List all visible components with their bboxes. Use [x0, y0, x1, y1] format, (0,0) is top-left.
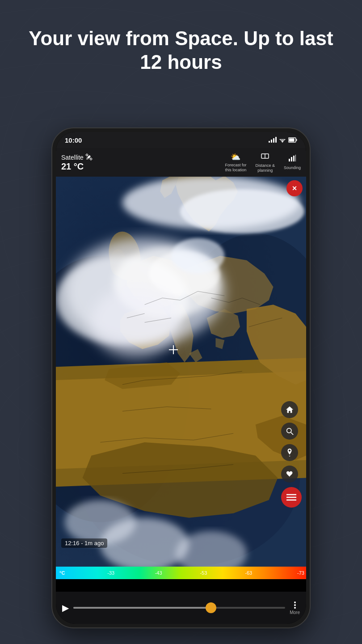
satellite-info: Satellite 🛰 21 °C — [61, 153, 93, 172]
svg-point-28 — [100, 518, 189, 571]
phone-frame: 10:00 — [51, 127, 311, 628]
phone-screen: 10:00 — [56, 132, 306, 624]
playback-bar: ▶ More — [56, 592, 306, 624]
close-icon: × — [292, 184, 297, 192]
svg-point-26 — [91, 287, 180, 358]
svg-point-23 — [180, 189, 304, 233]
close-button[interactable]: × — [286, 180, 303, 196]
search-button[interactable] — [281, 423, 298, 440]
forecast-label: Forecast forthis location — [225, 163, 246, 173]
signal-icon — [269, 137, 277, 143]
sounding-label: Sounding — [284, 165, 301, 170]
header-title: Your view from Space. Up to last 12 hour… — [0, 27, 362, 74]
status-bar: 10:00 — [56, 132, 306, 148]
svg-point-25 — [171, 238, 224, 273]
map-svg — [56, 177, 306, 579]
play-button[interactable]: ▶ — [62, 602, 69, 613]
svg-rect-12 — [295, 155, 296, 161]
forecast-action[interactable]: ⛅ Forecast forthis location — [225, 152, 246, 173]
svg-rect-10 — [291, 157, 292, 161]
svg-point-59 — [294, 607, 296, 609]
svg-point-52 — [286, 428, 291, 432]
progress-thumb[interactable] — [206, 602, 216, 613]
crosshair — [169, 345, 178, 354]
sounding-action[interactable]: Sounding — [284, 154, 301, 170]
timestamp-bar: 12:16 - 1m ago — [61, 539, 107, 547]
svg-rect-9 — [289, 159, 290, 161]
progress-fill — [73, 607, 211, 609]
forecast-icon: ⛅ — [231, 152, 240, 162]
scale-unit: °C — [59, 570, 65, 576]
distance-label: Distance &planning — [255, 163, 275, 173]
right-button-group — [281, 401, 302, 508]
wifi-icon — [279, 137, 286, 143]
scale-val-1: -33 — [107, 570, 114, 576]
map-area[interactable]: × — [56, 177, 306, 579]
scale-val-4: -63 — [245, 570, 252, 576]
scale-val-5: -73 — [297, 570, 304, 576]
svg-rect-5 — [296, 139, 297, 141]
svg-rect-11 — [293, 156, 295, 161]
heart-button[interactable] — [281, 466, 298, 483]
satellite-text: Satellite — [61, 154, 84, 161]
pin-button[interactable] — [281, 444, 298, 461]
svg-line-53 — [291, 432, 293, 435]
menu-button[interactable] — [281, 487, 302, 508]
distance-icon — [261, 152, 269, 162]
sounding-icon — [288, 154, 296, 165]
svg-rect-6 — [289, 139, 295, 142]
home-button[interactable] — [281, 401, 298, 418]
progress-track[interactable] — [73, 607, 285, 609]
svg-point-3 — [282, 141, 283, 143]
status-time: 10:00 — [65, 136, 82, 144]
satellite-icon: 🛰 — [85, 153, 93, 161]
top-actions: ⛅ Forecast forthis location Distance &pl… — [225, 152, 301, 173]
color-scale-bar: °C -33 -43 -53 -63 -73 — [56, 567, 306, 579]
battery-icon — [288, 137, 297, 143]
more-label: More — [290, 610, 300, 615]
scale-val-2: -43 — [155, 570, 162, 576]
timestamp: 12:16 - 1m ago — [61, 538, 107, 548]
status-icons — [269, 137, 297, 143]
satellite-map: × — [56, 177, 306, 579]
satellite-label: Satellite 🛰 — [61, 153, 93, 161]
scale-val-3: -53 — [200, 570, 207, 576]
top-bar: Satellite 🛰 21 °C ⛅ Forecast forthis loc… — [56, 148, 306, 177]
svg-point-57 — [294, 602, 296, 603]
more-button[interactable]: More — [290, 601, 300, 615]
distance-action[interactable]: Distance &planning — [255, 152, 275, 173]
svg-point-58 — [294, 604, 296, 606]
temperature-display: 21 °C — [61, 161, 93, 172]
